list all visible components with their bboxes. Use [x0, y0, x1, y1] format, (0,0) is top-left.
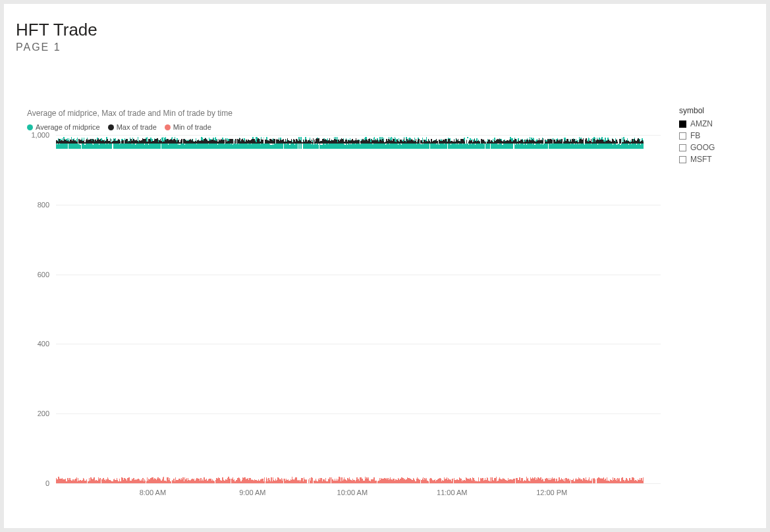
slicer-item-fb[interactable]: FB: [679, 130, 758, 142]
x-tick-label: 11:00 AM: [437, 489, 467, 496]
legend-swatch-icon: [165, 124, 171, 130]
chart-legend: Average of midprice Max of trade Min of …: [27, 123, 667, 131]
y-tick-label: 800: [20, 201, 49, 209]
x-tick-label: 12:00 PM: [536, 489, 567, 496]
chart-title: Average of midprice, Max of trade and Mi…: [27, 109, 667, 118]
slicer-item-goog[interactable]: GOOG: [679, 142, 758, 153]
legend-item-max-trade[interactable]: Max of trade: [108, 123, 157, 131]
x-tick-label: 10:00 AM: [337, 489, 368, 496]
y-tick-label: 1,000: [20, 131, 49, 139]
y-tick-label: 600: [20, 271, 49, 279]
y-tick-label: 200: [20, 410, 49, 417]
slicer-item-label: GOOG: [690, 142, 715, 153]
slicer-title: symbol: [679, 106, 758, 115]
series-min-trade: [56, 477, 644, 483]
page-title: HFT Trade: [16, 20, 758, 40]
legend-swatch-icon: [27, 124, 33, 130]
gridline: [56, 275, 661, 275]
series-max-trade: [56, 138, 644, 144]
slicer-item-label: FB: [690, 130, 700, 142]
x-axis: 8:00 AM9:00 AM10:00 AM11:00 AM12:00 PM: [56, 489, 661, 502]
legend-swatch-icon: [108, 124, 114, 130]
gridline: [56, 344, 661, 344]
legend-item-avg-midprice[interactable]: Average of midprice: [27, 123, 100, 131]
slicer-item-amzn[interactable]: AMZN: [679, 118, 758, 130]
page-subtitle: PAGE 1: [16, 41, 758, 53]
gridline: [56, 413, 661, 414]
x-tick-label: 8:00 AM: [140, 489, 166, 496]
slicer-item-msft[interactable]: MSFT: [679, 153, 758, 165]
legend-label: Min of trade: [173, 123, 211, 131]
legend-label: Max of trade: [117, 123, 157, 131]
gridline: [56, 483, 661, 484]
checkbox-icon[interactable]: [679, 120, 686, 128]
slicer-item-label: MSFT: [690, 153, 712, 165]
chart-visual[interactable]: Average of midprice, Max of trade and Mi…: [20, 106, 667, 516]
slicer-item-label: AMZN: [690, 118, 713, 130]
y-tick-label: 0: [20, 479, 49, 487]
gridline: [56, 135, 661, 136]
checkbox-icon[interactable]: [679, 156, 686, 163]
y-axis: 02004006008001,000: [20, 135, 52, 483]
report-canvas: HFT Trade PAGE 1 Average of midprice, Ma…: [4, 4, 766, 528]
symbol-slicer[interactable]: symbol AMZNFBGOOGMSFT: [679, 106, 758, 516]
x-tick-label: 9:00 AM: [239, 489, 265, 496]
plot-area[interactable]: 02004006008001,000 8:00 AM9:00 AM10:00: [20, 135, 661, 483]
checkbox-icon[interactable]: [679, 144, 686, 151]
legend-label: Average of midprice: [36, 123, 100, 131]
y-tick-label: 400: [20, 340, 49, 348]
checkbox-icon[interactable]: [679, 132, 686, 140]
gridline: [56, 205, 661, 205]
legend-item-min-trade[interactable]: Min of trade: [165, 123, 211, 131]
